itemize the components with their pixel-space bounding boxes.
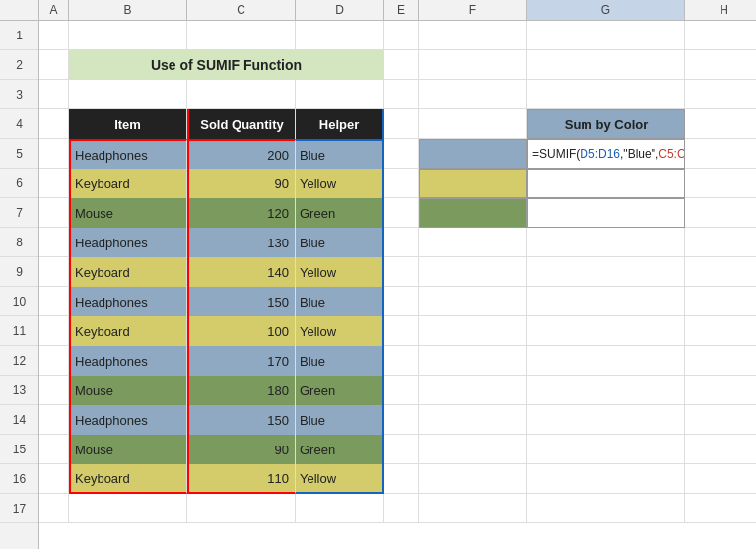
row-num-5: 5 [0, 139, 38, 169]
corner-cell [0, 0, 39, 20]
cell-g7 [527, 198, 685, 228]
formula-comma1: ,"Blue", [620, 147, 658, 161]
grid-row-11: Keyboard 100 Yellow [39, 316, 756, 346]
cell-h2 [685, 50, 756, 80]
cell-h5 [685, 139, 756, 169]
cell-h17 [685, 494, 756, 523]
cell-e7 [384, 198, 419, 228]
cell-a1 [39, 21, 69, 50]
cell-d4-helper: Helper [296, 109, 384, 139]
cell-a9 [39, 257, 69, 287]
grid-cells: Use of SUMIF Function Item [39, 21, 756, 549]
cell-e15 [384, 435, 419, 464]
grid-row-3 [39, 80, 756, 109]
cell-a13 [39, 376, 69, 405]
cell-a6 [39, 169, 69, 198]
row-num-1: 1 [0, 21, 38, 50]
cell-a5 [39, 139, 69, 169]
cell-f11 [419, 316, 527, 346]
cell-c10: 150 [187, 287, 296, 316]
row-num-9: 9 [0, 257, 38, 287]
cell-b11: Keyboard [69, 316, 187, 346]
cell-c17 [187, 494, 296, 523]
cell-a15 [39, 435, 69, 464]
cell-e12 [384, 346, 419, 376]
cell-e8 [384, 228, 419, 257]
cell-c16: 110 [187, 464, 296, 494]
cell-h14 [685, 405, 756, 435]
cell-f10 [419, 287, 527, 316]
cell-f8 [419, 228, 527, 257]
cell-b17 [69, 494, 187, 523]
cell-g9 [527, 257, 685, 287]
cell-a11 [39, 316, 69, 346]
cell-b9: Keyboard [69, 257, 187, 287]
cell-a10 [39, 287, 69, 316]
cell-h12 [685, 346, 756, 376]
cell-f1 [419, 21, 527, 50]
title-cell: Use of SUMIF Function [69, 50, 384, 80]
cell-d6: Yellow [296, 169, 384, 198]
cell-g1 [527, 21, 685, 50]
cell-b5: Headphones [69, 139, 187, 169]
grid-row-10: Headphones 150 Blue [39, 287, 756, 316]
col-header-g[interactable]: G [527, 0, 685, 20]
cell-a3 [39, 80, 69, 109]
cell-f7-green [419, 198, 527, 228]
cell-e13 [384, 376, 419, 405]
cell-d7: Green [296, 198, 384, 228]
cell-g5-formula[interactable]: =SUMIF(D5:D16,"Blue",C5:C16) [527, 139, 685, 169]
cell-e6 [384, 169, 419, 198]
cell-b7: Mouse [69, 198, 187, 228]
cell-c8: 130 [187, 228, 296, 257]
cell-f3 [419, 80, 527, 109]
col-header-a: A [39, 0, 69, 20]
cell-a16 [39, 464, 69, 494]
row-num-16: 16 [0, 464, 38, 494]
grid-row-12: Headphones 170 Blue [39, 346, 756, 376]
cell-c3 [187, 80, 296, 109]
cell-g11 [527, 316, 685, 346]
cell-f15 [419, 435, 527, 464]
grid-row-4: Item Sold Quantity Helper Sum by Color [39, 109, 756, 139]
cell-b14: Headphones [69, 405, 187, 435]
row-num-8: 8 [0, 228, 38, 257]
row-num-17: 17 [0, 494, 38, 523]
grid-row-14: Headphones 150 Blue [39, 405, 756, 435]
cell-b4-item: Item [69, 109, 187, 139]
cell-f13 [419, 376, 527, 405]
cell-f5-blue [419, 139, 527, 169]
cell-c6: 90 [187, 169, 296, 198]
cell-g15 [527, 435, 685, 464]
cell-g8 [527, 228, 685, 257]
grid-row-9: Keyboard 140 Yellow [39, 257, 756, 287]
cell-e1 [384, 21, 419, 50]
col-header-b: B [69, 0, 187, 20]
cell-g2 [527, 50, 685, 80]
grid-row-7: Mouse 120 Green [39, 198, 756, 228]
grid-row-8: Headphones 130 Blue [39, 228, 756, 257]
cell-h8 [685, 228, 756, 257]
cell-d12: Blue [296, 346, 384, 376]
cell-d5: Blue [296, 139, 384, 169]
col-header-f: F [419, 0, 527, 20]
grid-row-5: Headphones 200 Blue =SUMIF(D5:D16,"Blue"… [39, 139, 756, 169]
row-num-15: 15 [0, 435, 38, 464]
cell-h7 [685, 198, 756, 228]
cell-b6: Keyboard [69, 169, 187, 198]
row-num-7: 7 [0, 198, 38, 228]
cell-d11: Yellow [296, 316, 384, 346]
cell-f16 [419, 464, 527, 494]
cell-d9: Yellow [296, 257, 384, 287]
cell-h1 [685, 21, 756, 50]
grid-row-6: Keyboard 90 Yellow [39, 169, 756, 198]
cell-h16 [685, 464, 756, 494]
cell-d13: Green [296, 376, 384, 405]
cell-a17 [39, 494, 69, 523]
col-header-d: D [296, 0, 384, 20]
cell-g10 [527, 287, 685, 316]
cell-f17 [419, 494, 527, 523]
cell-h3 [685, 80, 756, 109]
col-header-e: E [384, 0, 419, 20]
cell-d8: Blue [296, 228, 384, 257]
